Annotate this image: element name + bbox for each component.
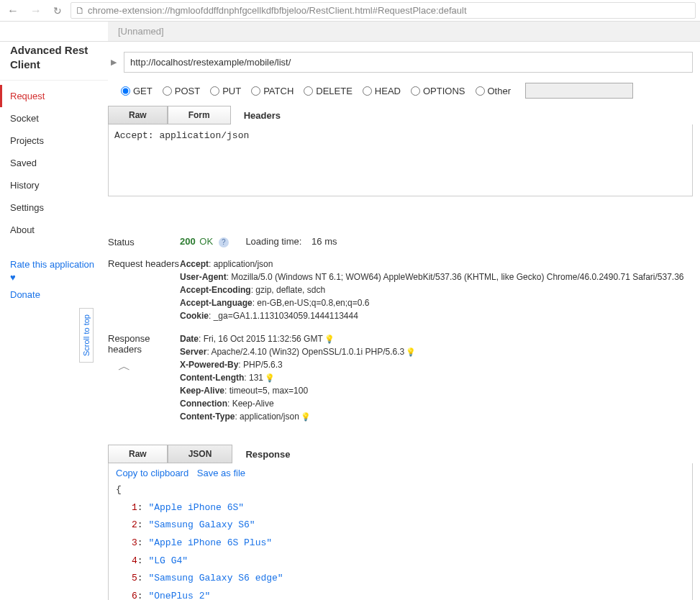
sidebar-item-about[interactable]: About [0,219,108,241]
header-line: Cookie: _ga=GA1.1.1131034059.1444113444 [180,309,693,322]
headers-label: Headers [244,110,281,121]
response-json-tab[interactable]: JSON [168,445,233,463]
json-row: 3: "Apple iPhone 6S Plus" [116,535,685,553]
header-line: Keep-Alive: timeout=5, max=100 [180,384,693,397]
bulb-icon[interactable]: 💡 [265,373,275,382]
refresh-icon[interactable]: ↻ [50,4,65,18]
sidebar-item-saved[interactable]: Saved [0,152,108,174]
forward-icon[interactable]: → [27,3,45,19]
header-line: Server: Apache/2.4.10 (Win32) OpenSSL/1.… [180,345,693,358]
app-title: Advanced Rest Client [0,42,108,81]
response-raw-tab[interactable]: Raw [108,445,168,463]
method-other[interactable]: Other [476,86,512,96]
method-post[interactable]: POST [163,86,200,96]
bulb-icon[interactable]: 💡 [301,412,311,421]
browser-toolbar: ← → ↻ 🗋 chrome-extension://hgmloofddffdn… [0,0,700,22]
method-patch[interactable]: PATCH [251,86,294,96]
other-method-input[interactable] [525,83,633,99]
response-label: Response [245,449,290,460]
page-icon: 🗋 [76,5,85,16]
status-label: Status [108,236,180,247]
json-row: 6: "OnePlus 2" [116,588,685,600]
response-headers-label: Response headers [108,333,180,355]
scroll-to-top-button[interactable]: Scroll to top [79,308,94,363]
request-headers-list: Accept: application/jsonUser-Agent: Mozi… [180,258,693,322]
donate-link[interactable]: Donate [10,288,98,301]
loading-time-label: Loading time: [245,236,301,247]
back-icon[interactable]: ← [4,3,22,19]
request-headers-label: Request headers [108,258,180,322]
json-output: {1: "Apple iPhone 6S"2: "Samsung Galaxy … [109,481,692,600]
method-delete[interactable]: DELETE [304,86,353,96]
status-text: OK [199,236,213,247]
method-head[interactable]: HEAD [363,86,401,96]
collapse-toggle-icon[interactable]: ▶ [108,55,119,70]
app-title-top [0,22,108,41]
collapse-arrow-icon[interactable]: ︿ [118,358,131,375]
header-line: Content-Length: 131💡 [180,371,693,384]
sidebar-item-request[interactable]: Request [0,85,108,107]
status-code: 200 [180,236,196,247]
header-line: Date: Fri, 16 Oct 2015 11:32:56 GMT💡 [180,332,693,345]
json-row: 2: "Samsung Galaxy S6" [116,517,685,535]
json-row: 5: "Samsung Galaxy S6 edge" [116,570,685,588]
headers-textarea[interactable]: Accept: application/json [108,124,693,196]
header-line: User-Agent: Mozilla/5.0 (Windows NT 6.1;… [180,271,693,283]
sidebar-item-history[interactable]: History [0,174,108,196]
sidebar-item-projects[interactable]: Projects [0,129,108,152]
response-body: Copy to clipboard Save as file {1: "Appl… [108,463,693,600]
header-line: Accept-Encoding: gzip, deflate, sdch [180,283,693,296]
http-method-row: GETPOSTPUTPATCHDELETEHEADOPTIONSOther [121,83,693,99]
rate-link[interactable]: Rate this application ♥ [10,258,98,284]
copy-to-clipboard-link[interactable]: Copy to clipboard [116,468,188,478]
header-line: Accept-Language: en-GB,en-US;q=0.8,en;q=… [180,296,693,309]
method-get[interactable]: GET [121,86,153,96]
header-line: X-Powered-By: PHP/5.6.3 [180,358,693,371]
main-content: Scroll to top ▶ GETPOSTPUTPATCHDELETEHEA… [108,42,700,600]
method-put[interactable]: PUT [210,86,241,96]
response-headers-list: Date: Fri, 16 Oct 2015 11:32:56 GMT💡Serv… [180,332,693,423]
help-icon[interactable]: ? [219,237,229,247]
json-row: 1: "Apple iPhone 6S" [116,499,685,517]
bulb-icon[interactable]: 💡 [324,335,335,343]
sidebar-item-settings[interactable]: Settings [0,196,108,219]
address-bar[interactable]: 🗋 chrome-extension://hgmloofddffdnphfgce… [71,2,696,19]
headers-raw-tab[interactable]: Raw [108,106,168,124]
header-line: Content-Type: application/json💡 [180,410,693,423]
url-text: chrome-extension://hgmloofddffdnphfgcell… [88,5,467,16]
headers-form-tab[interactable]: Form [168,106,231,124]
top-bar: [Unnamed] [0,22,700,42]
json-row: 4: "LG G4" [116,553,685,571]
sidebar-item-socket[interactable]: Socket [0,107,108,129]
header-line: Accept: application/json [180,258,693,271]
header-line: Connection: Keep-Alive [180,397,693,410]
tab-unnamed[interactable]: [Unnamed] [108,22,174,41]
request-url-input[interactable] [124,52,693,73]
bulb-icon[interactable]: 💡 [406,347,416,356]
loading-time-value: 16 ms [312,236,337,247]
method-options[interactable]: OPTIONS [411,86,465,96]
save-as-file-link[interactable]: Save as file [197,468,245,478]
nav-list: RequestSocketProjectsSavedHistorySetting… [0,85,108,241]
